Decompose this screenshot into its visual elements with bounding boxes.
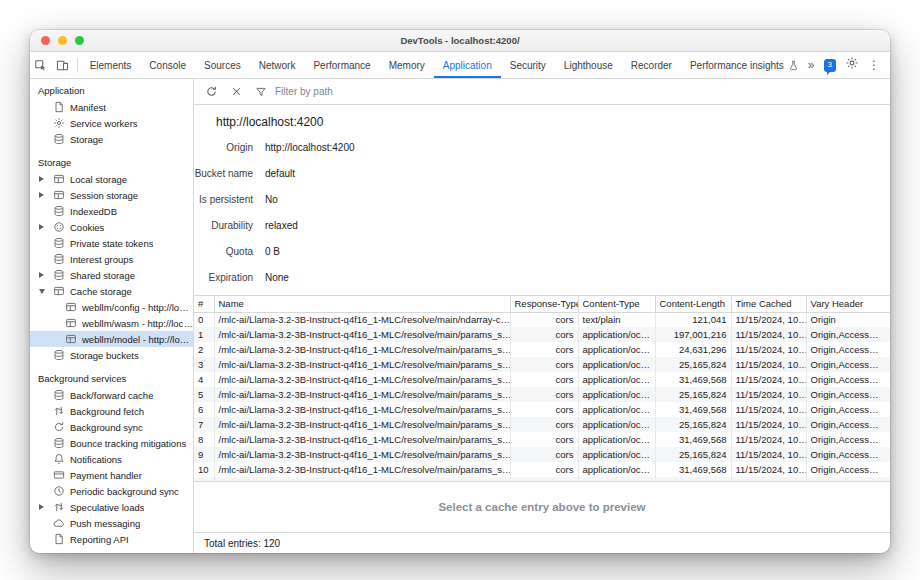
sidebar-item-periodic-background-sync[interactable]: Periodic background sync [30, 483, 193, 499]
table-cell: /mlc-ai/Llama-3.2-3B-Instruct-q4f16_1-ML… [214, 402, 510, 417]
doc-icon [53, 533, 65, 545]
tab-lighthouse[interactable]: Lighthouse [555, 52, 622, 78]
sidebar-item-webllm-model[interactable]: webllm/model - http://loc… [30, 331, 193, 347]
table-cell: cors [510, 417, 578, 432]
delete-x-icon [230, 85, 243, 98]
sidebar-item-speculative-loads[interactable]: Speculative loads [30, 499, 193, 515]
delete-selected-button[interactable] [225, 82, 247, 102]
zoom-button[interactable] [75, 36, 84, 45]
tab-sources[interactable]: Sources [195, 52, 250, 78]
sidebar-item-webllm-wasm[interactable]: webllm/wasm - http://loca… [30, 315, 193, 331]
sidebar-item-label: Service workers [70, 118, 138, 129]
refresh-button[interactable] [200, 82, 222, 102]
table-cell: /mlc-ai/Llama-3.2-3B-Instruct-q4f16_1-ML… [214, 447, 510, 462]
sidebar-item-notifications[interactable]: Notifications [30, 451, 193, 467]
expander-chevron-icon[interactable] [39, 272, 44, 278]
sidebar-item-background-sync[interactable]: Background sync [30, 419, 193, 435]
messages-badge[interactable]: 3 [824, 59, 836, 72]
more-tabs-chevron-icon[interactable]: » [808, 58, 815, 72]
device-toolbar-button[interactable] [52, 52, 74, 78]
table-cell: cors [510, 312, 578, 327]
sidebar-item-private-state-tokens[interactable]: Private state tokens [30, 235, 193, 251]
table-cell: text/plain [578, 312, 655, 327]
sidebar-item-service-workers[interactable]: Service workers [30, 115, 193, 131]
clock-icon [53, 485, 65, 497]
sidebar-item-session-storage[interactable]: Session storage [30, 187, 193, 203]
table-row[interactable]: 4/mlc-ai/Llama-3.2-3B-Instruct-q4f16_1-M… [194, 372, 890, 387]
tab-security[interactable]: Security [501, 52, 555, 78]
tab-performance[interactable]: Performance [304, 52, 379, 78]
expander-chevron-icon[interactable] [39, 289, 45, 294]
table-cell: 0 [194, 312, 214, 327]
table-cell: 24,631,296 [655, 342, 731, 357]
tab-elements[interactable]: Elements [81, 52, 141, 78]
sidebar-item-cookies[interactable]: Cookies [30, 219, 193, 235]
table-cell: 11/15/2024, 10… [731, 432, 806, 447]
table-cell: Origin,Access… [806, 432, 890, 447]
expander-chevron-icon[interactable] [39, 224, 44, 230]
sync-icon [53, 421, 65, 433]
sidebar-item-local-storage[interactable]: Local storage [30, 171, 193, 187]
sidebar-item-bounce-tracking-mitigations[interactable]: Bounce tracking mitigations [30, 435, 193, 451]
table-cell: Origin,Access… [806, 357, 890, 372]
table-cell: 9 [194, 447, 214, 462]
table-row[interactable]: 9/mlc-ai/Llama-3.2-3B-Instruct-q4f16_1-M… [194, 447, 890, 462]
tab-recorder[interactable]: Recorder [622, 52, 681, 78]
sidebar-item-label: Storage buckets [70, 350, 139, 361]
sidebar-item-indexeddb[interactable]: IndexedDB [30, 203, 193, 219]
tab-label: Security [510, 60, 546, 71]
sidebar-item-back-forward-cache[interactable]: Back/forward cache [30, 387, 193, 403]
table-row[interactable]: 0/mlc-ai/Llama-3.2-3B-Instruct-q4f16_1-M… [194, 312, 890, 327]
table-icon [53, 189, 65, 201]
sidebar-item-storage[interactable]: Storage [30, 131, 193, 147]
table-row[interactable]: 6/mlc-ai/Llama-3.2-3B-Instruct-q4f16_1-M… [194, 402, 890, 417]
table-cell: /mlc-ai/Llama-3.2-3B-Instruct-q4f16_1-ML… [214, 417, 510, 432]
expander-chevron-icon[interactable] [39, 192, 44, 198]
expander-chevron-icon[interactable] [39, 176, 44, 182]
tab-console[interactable]: Console [140, 52, 195, 78]
table-row[interactable]: 7/mlc-ai/Llama-3.2-3B-Instruct-q4f16_1-M… [194, 417, 890, 432]
close-button[interactable] [41, 36, 50, 45]
sidebar-item-label: Speculative loads [70, 502, 144, 513]
sidebar-item-cache-storage[interactable]: Cache storage [30, 283, 193, 299]
table-row[interactable]: 8/mlc-ai/Llama-3.2-3B-Instruct-q4f16_1-M… [194, 432, 890, 447]
table-row[interactable]: 2/mlc-ai/Llama-3.2-3B-Instruct-q4f16_1-M… [194, 342, 890, 357]
sidebar-item-manifest[interactable]: Manifest [30, 99, 193, 115]
column-header[interactable]: Time Cached [731, 296, 806, 312]
settings-button[interactable] [845, 56, 859, 74]
column-header[interactable]: Name [214, 296, 510, 312]
sidebar-item-label: Session storage [70, 190, 138, 201]
column-header[interactable]: Response-Type [510, 296, 578, 312]
tab-memory[interactable]: Memory [380, 52, 434, 78]
sidebar-item-shared-storage[interactable]: Shared storage [30, 267, 193, 283]
sidebar-item-payment-handler[interactable]: Payment handler [30, 467, 193, 483]
up-down-arrows-icon [53, 405, 65, 417]
expander-chevron-icon[interactable] [39, 504, 44, 510]
table-row[interactable]: 1/mlc-ai/Llama-3.2-3B-Instruct-q4f16_1-M… [194, 327, 890, 342]
inspect-element-button[interactable] [30, 52, 52, 78]
table-row[interactable]: 10/mlc-ai/Llama-3.2-3B-Instruct-q4f16_1-… [194, 462, 890, 477]
sidebar-item-webllm-config[interactable]: webllm/config - http://loc… [30, 299, 193, 315]
tab-application[interactable]: Application [434, 52, 501, 78]
minimize-button[interactable] [58, 36, 67, 45]
cache-metadata: Origin http://localhost:4200 Bucket name… [194, 134, 890, 295]
tab-performance-insights[interactable]: Performance insights [681, 52, 808, 78]
kebab-menu-icon[interactable]: ⋮ [868, 58, 880, 72]
column-header[interactable]: # [194, 296, 214, 312]
sidebar-item-background-fetch[interactable]: Background fetch [30, 403, 193, 419]
column-header[interactable]: Vary Header [806, 296, 890, 312]
column-header[interactable]: Content-Type [578, 296, 655, 312]
filter-by-path-input[interactable] [275, 86, 425, 97]
tab-network[interactable]: Network [250, 52, 305, 78]
meta-label: Is persistent [194, 194, 253, 205]
sidebar-item-storage-buckets[interactable]: Storage buckets [30, 347, 193, 363]
sidebar-item-reporting-api[interactable]: Reporting API [30, 531, 193, 547]
meta-value: relaxed [265, 220, 298, 231]
sidebar-item-push-messaging[interactable]: Push messaging [30, 515, 193, 531]
table-row[interactable]: 3/mlc-ai/Llama-3.2-3B-Instruct-q4f16_1-M… [194, 357, 890, 372]
sidebar-item-interest-groups[interactable]: Interest groups [30, 251, 193, 267]
filter-button[interactable] [250, 82, 272, 102]
column-header[interactable]: Content-Length [655, 296, 731, 312]
table-row[interactable]: 5/mlc-ai/Llama-3.2-3B-Instruct-q4f16_1-M… [194, 387, 890, 402]
table-icon [53, 285, 65, 297]
